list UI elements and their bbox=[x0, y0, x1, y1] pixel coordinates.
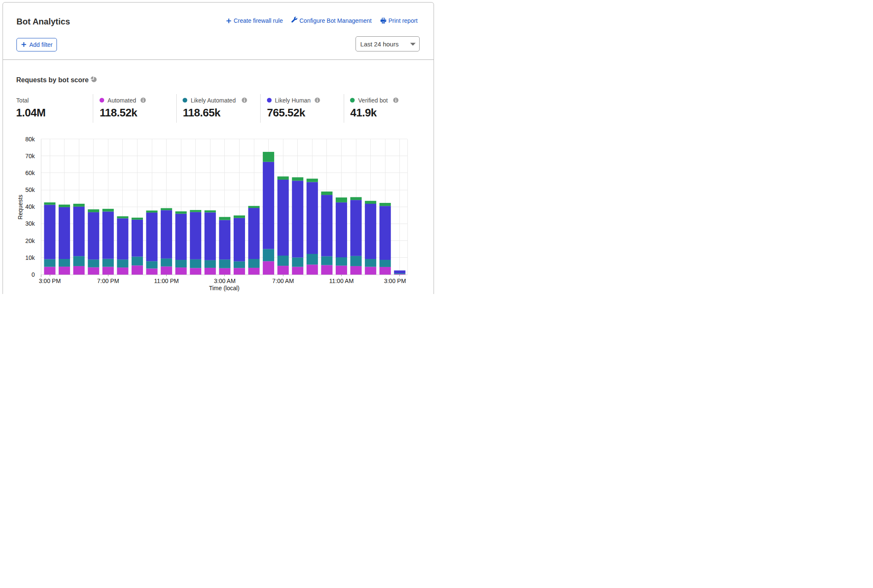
svg-text:11:00 PM: 11:00 PM bbox=[154, 278, 179, 284]
svg-text:10k: 10k bbox=[25, 254, 35, 261]
svg-text:7:00 AM: 7:00 AM bbox=[272, 278, 294, 284]
svg-text:11:00 AM: 11:00 AM bbox=[329, 278, 353, 284]
svg-text:3:00 PM: 3:00 PM bbox=[384, 278, 406, 284]
svg-text:20k: 20k bbox=[25, 237, 35, 244]
svg-text:80k: 80k bbox=[25, 136, 35, 143]
svg-text:3:00 PM: 3:00 PM bbox=[39, 278, 61, 284]
svg-text:0: 0 bbox=[32, 271, 35, 278]
svg-text:40k: 40k bbox=[25, 203, 35, 210]
svg-text:60k: 60k bbox=[25, 170, 35, 176]
svg-text:Time (local): Time (local) bbox=[209, 285, 240, 291]
svg-text:70k: 70k bbox=[25, 153, 35, 159]
svg-text:Requests: Requests bbox=[17, 194, 24, 219]
svg-text:3:00 AM: 3:00 AM bbox=[214, 278, 235, 284]
svg-text:7:00 PM: 7:00 PM bbox=[97, 278, 119, 284]
svg-text:30k: 30k bbox=[25, 220, 35, 227]
svg-text:50k: 50k bbox=[25, 186, 35, 193]
